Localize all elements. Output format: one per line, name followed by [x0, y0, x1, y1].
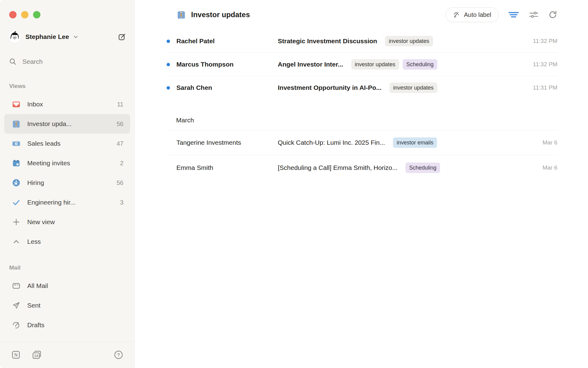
- sidebar-item-label: Meeting invites: [27, 159, 70, 167]
- sidebar-item-label: Investor upda...: [27, 120, 72, 128]
- label-badge[interactable]: Scheduling: [405, 163, 440, 173]
- unread-dot: [167, 86, 170, 90]
- label-badge[interactable]: investor updates: [385, 36, 433, 46]
- email-sender: Rachel Patel: [176, 37, 278, 45]
- email-row-rachel-patel[interactable]: Rachel Patel Strategic Investment Discus…: [135, 29, 588, 53]
- email-time: 11:32 PM: [527, 38, 557, 44]
- less-button[interactable]: Less: [4, 232, 130, 251]
- label-badge[interactable]: investor emails: [393, 137, 437, 148]
- email-time: 11:32 PM: [527, 61, 557, 68]
- app-window: Stephanie Lee Search Views: [0, 0, 588, 368]
- zoom-button[interactable]: [33, 11, 40, 18]
- email-subject: Angel Investor Inter...: [278, 61, 343, 68]
- sidebar-item-count: 3: [120, 199, 123, 206]
- mail-list: All Mail Sent: [0, 276, 134, 335]
- search-icon: [9, 58, 17, 66]
- banknote-icon: [12, 139, 21, 148]
- sidebar-item-count: 56: [117, 179, 123, 186]
- label-badge[interactable]: investor updates: [390, 82, 437, 93]
- chevron-down-icon: [73, 34, 79, 40]
- sidebar-item-label: Inbox: [27, 101, 43, 108]
- sidebar-item-label: Engineering hir...: [27, 199, 76, 206]
- search-button[interactable]: Search: [0, 57, 134, 66]
- refresh-icon[interactable]: [548, 10, 557, 19]
- list-header: Investor updates Auto label: [135, 0, 588, 29]
- sidebar-item-drafts[interactable]: Drafts: [4, 315, 130, 335]
- email-row-marcus-thompson[interactable]: Marcus Thompson Angel Investor Inter... …: [135, 53, 588, 76]
- email-labels: investor updates Scheduling: [351, 59, 437, 70]
- filter-icon[interactable]: [508, 10, 519, 19]
- user-name: Stephanie Lee: [25, 33, 69, 40]
- svg-text:?: ?: [117, 352, 120, 357]
- new-view-button[interactable]: New view: [4, 212, 130, 232]
- pencil-circle-icon: [12, 321, 21, 329]
- email-group: Rachel Patel Strategic Investment Discus…: [135, 29, 588, 99]
- chevron-up-icon: [12, 238, 21, 246]
- auto-label-wand-icon: [453, 11, 460, 18]
- sidebar-item-count: 2: [120, 160, 123, 167]
- email-subject: Investment Opportunity in AI-Po...: [278, 84, 382, 91]
- label-badge[interactable]: investor updates: [351, 59, 399, 70]
- unread-dot: [167, 40, 170, 43]
- unread-dot: [167, 63, 170, 66]
- sliders-icon[interactable]: [529, 10, 539, 19]
- views-list: Inbox 11 Investor upda... 56: [0, 94, 134, 251]
- close-button[interactable]: [9, 11, 17, 18]
- notion-logo-icon[interactable]: N: [11, 350, 21, 360]
- header-toolbar: Auto label: [446, 7, 557, 22]
- sidebar-item-sales-leads[interactable]: Sales leads 47: [4, 134, 130, 153]
- sidebar: Stephanie Lee Search Views: [0, 0, 135, 368]
- email-labels: investor updates: [385, 36, 433, 46]
- email-row-emma-smith[interactable]: Emma Smith [Scheduling a Call] Emma Smit…: [135, 155, 588, 180]
- window-controls: [0, 0, 134, 18]
- mail-list-panel: Investor updates Auto label: [135, 0, 588, 368]
- necktie-icon: [177, 10, 186, 19]
- email-row-sarah-chen[interactable]: Sarah Chen Investment Opportunity in AI-…: [135, 76, 588, 99]
- minimize-button[interactable]: [21, 11, 28, 18]
- sidebar-item-label: New view: [27, 218, 55, 226]
- account-switcher[interactable]: Stephanie Lee: [0, 31, 134, 43]
- email-labels: investor updates: [390, 82, 437, 93]
- label-badge[interactable]: Scheduling: [403, 59, 437, 70]
- sidebar-item-hiring[interactable]: Hiring 56: [4, 173, 130, 193]
- email-sender: Sarah Chen: [176, 84, 278, 91]
- sidebar-item-count: 11: [117, 101, 123, 108]
- sidebar-item-count: 47: [117, 140, 123, 147]
- sidebar-item-label: Hiring: [27, 179, 44, 186]
- sidebar-item-label: Sent: [27, 302, 40, 309]
- sidebar-footer: N 14 ?: [0, 341, 134, 368]
- email-sender: Marcus Thompson: [176, 61, 278, 68]
- email-labels: Scheduling: [405, 163, 440, 173]
- views-section-label: Views: [0, 83, 134, 90]
- view-title: Investor updates: [177, 10, 250, 19]
- sidebar-item-count: 56: [117, 121, 123, 128]
- auto-label-button-label: Auto label: [464, 11, 491, 18]
- envelope-icon: [12, 282, 21, 290]
- email-group: March Tangerine Investments Quick Catch-…: [135, 99, 588, 180]
- sidebar-item-engineering-hiring[interactable]: Engineering hir... 3: [4, 193, 130, 212]
- email-subject: [Scheduling a Call] Emma Smith, Horizo..…: [278, 164, 398, 171]
- sidebar-item-meeting-invites[interactable]: Meeting invites 2: [4, 153, 130, 173]
- group-heading: March: [135, 99, 588, 130]
- sidebar-item-sent[interactable]: Sent: [4, 296, 130, 315]
- paper-plane-icon: [12, 301, 21, 310]
- sidebar-item-label: Drafts: [27, 321, 44, 329]
- plus-icon: [12, 218, 21, 226]
- email-subject: Quick Catch-Up: Lumi Inc. 2025 Fin...: [278, 139, 385, 146]
- email-row-tangerine-investments[interactable]: Tangerine Investments Quick Catch-Up: Lu…: [135, 130, 588, 155]
- sidebar-item-inbox[interactable]: Inbox 11: [4, 94, 130, 114]
- svg-text:14: 14: [34, 354, 39, 358]
- mail-section-label: Mail: [0, 264, 134, 271]
- sidebar-item-label: Sales leads: [27, 140, 61, 147]
- email-time: Mar 6: [536, 139, 557, 146]
- sidebar-item-investor-updates[interactable]: Investor upda... 56: [4, 114, 130, 134]
- avatar: [9, 31, 21, 43]
- email-sender: Emma Smith: [176, 164, 278, 171]
- sidebar-item-all-mail[interactable]: All Mail: [4, 276, 130, 296]
- sidebar-item-label: Less: [27, 238, 41, 245]
- help-icon[interactable]: ?: [114, 350, 123, 360]
- compose-icon[interactable]: [118, 33, 126, 41]
- email-time: 11:31 PM: [527, 84, 557, 91]
- notion-calendar-icon[interactable]: 14: [32, 350, 42, 360]
- auto-label-button[interactable]: Auto label: [446, 7, 499, 22]
